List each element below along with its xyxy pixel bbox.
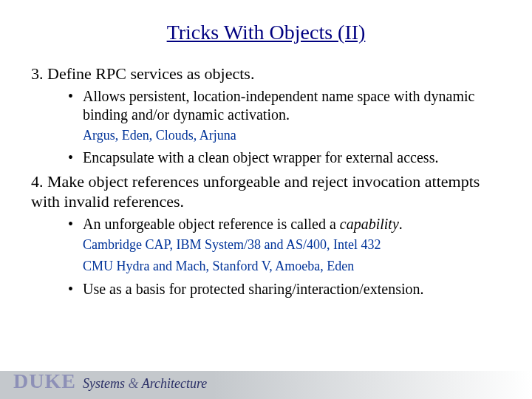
slide-body: Tricks With Objects (II) 3. Define RPC s…: [0, 0, 532, 299]
item-3-examples: Argus, Eden, Clouds, Arjuna: [83, 127, 501, 144]
slide-title: Tricks With Objects (II): [31, 21, 501, 44]
duke-logo-text: DUKE: [13, 369, 76, 393]
capability-term: capability: [340, 216, 399, 232]
ampersand: &: [125, 376, 142, 391]
item-4-bullet-2: Use as a basis for protected sharing/int…: [68, 280, 501, 299]
systems-word: Systems: [83, 376, 125, 391]
item-4-b1-post: .: [399, 216, 403, 232]
systems-architecture-label: Systems & Architecture: [83, 376, 207, 392]
item-4-b1-pre: An unforgeable object reference is calle…: [83, 216, 340, 232]
item-3: 3. Define RPC services as objects.: [31, 64, 501, 84]
footer: DUKE Systems & Architecture: [0, 371, 532, 399]
architecture-word: Architecture: [142, 376, 208, 391]
item-4: 4. Make object references unforgeable an…: [31, 171, 501, 212]
footer-gradient: [0, 371, 532, 399]
item-4-examples-2: CMU Hydra and Mach, Stanford V, Amoeba, …: [83, 258, 501, 275]
item-4-bullet-1: An unforgeable object reference is calle…: [68, 215, 501, 233]
item-3-bullet-2: Encapsulate with a clean object wrapper …: [68, 149, 501, 167]
item-4-examples-1: Cambridge CAP, IBM System/38 and AS/400,…: [83, 236, 501, 253]
item-3-bullet-1: Allows persistent, location-independent …: [68, 87, 501, 124]
